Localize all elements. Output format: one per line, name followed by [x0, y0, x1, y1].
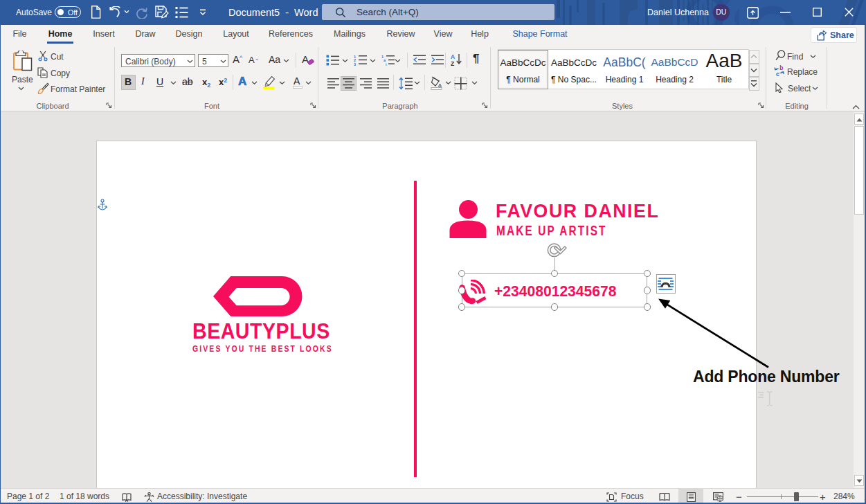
- svg-text:3: 3: [354, 62, 356, 66]
- svg-text:b: b: [779, 65, 783, 71]
- svg-text:A: A: [451, 53, 455, 60]
- svg-text:c: c: [776, 71, 779, 78]
- svg-text:i: i: [386, 62, 387, 66]
- svg-text:Z: Z: [451, 60, 454, 66]
